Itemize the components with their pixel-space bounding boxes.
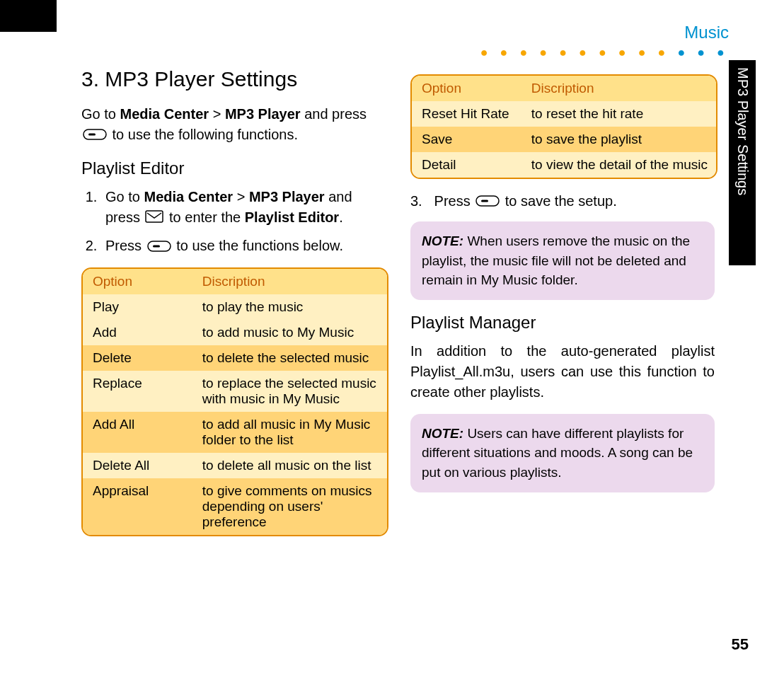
table-row: Addto add music to My Music bbox=[83, 320, 387, 345]
text: to use the functions below. bbox=[173, 238, 343, 253]
cell: Reset Hit Rate bbox=[412, 101, 521, 127]
table-row: Detailto view the detail of the music bbox=[412, 152, 716, 178]
table-row: Saveto save the playlist bbox=[412, 127, 716, 152]
cell: Add bbox=[83, 320, 192, 345]
cell: Replace bbox=[83, 371, 192, 412]
text: and press bbox=[301, 106, 367, 122]
header-description: Discription bbox=[521, 76, 716, 101]
text: Press bbox=[105, 238, 146, 253]
header-description: Discription bbox=[192, 269, 387, 294]
softkey-icon bbox=[475, 194, 500, 210]
cell: Play bbox=[83, 294, 192, 320]
cell: to replace the selected music with music… bbox=[192, 371, 387, 412]
cell: Detail bbox=[412, 152, 521, 178]
header-area: Music ● ● ● ● ● ● ● ● ● ● ● ● ● bbox=[480, 23, 729, 60]
cell: Delete bbox=[83, 345, 192, 371]
cell: to save the playlist bbox=[521, 127, 716, 152]
text-bold: MP3 Player bbox=[249, 189, 325, 204]
subheading-playlist-editor: Playlist Editor bbox=[81, 158, 386, 178]
text: > bbox=[209, 106, 225, 122]
cell: Save bbox=[412, 127, 521, 152]
svg-rect-1 bbox=[88, 134, 96, 136]
options-table-2: Option Discription Reset Hit Rateto rese… bbox=[410, 74, 717, 179]
cell: Appraisal bbox=[83, 478, 192, 535]
cell: to give comments on musics depending on … bbox=[192, 478, 387, 535]
left-column: 3. MP3 Player Settings Go to Media Cente… bbox=[81, 67, 386, 536]
svg-rect-4 bbox=[153, 245, 160, 247]
steps-list: Go to Media Center > MP3 Player and pres… bbox=[81, 187, 386, 257]
table-header: Option Discription bbox=[83, 269, 387, 294]
right-column: Option Discription Reset Hit Rateto rese… bbox=[410, 70, 715, 536]
cell: Add All bbox=[83, 412, 192, 453]
step-number: 3. bbox=[410, 193, 430, 209]
table-row: Playto play the music bbox=[83, 294, 387, 320]
page: MP3 Player Settings Music ● ● ● ● ● ● ● … bbox=[0, 0, 784, 675]
table-row: Deleteto delete the selected music bbox=[83, 345, 387, 371]
side-tab: MP3 Player Settings bbox=[729, 60, 756, 265]
table-row: Replaceto replace the selected music wit… bbox=[83, 371, 387, 412]
step-3: 3. Press to save the setup. bbox=[410, 193, 715, 210]
svg-rect-6 bbox=[481, 200, 488, 202]
text-bold: MP3 Player bbox=[225, 106, 301, 122]
table-header: Option Discription bbox=[412, 76, 716, 101]
header-option: Option bbox=[83, 269, 192, 294]
corner-decoration bbox=[0, 0, 57, 32]
paragraph: In addition to the auto-generated playli… bbox=[410, 341, 715, 403]
decorative-dots: ● ● ● ● ● ● ● ● ● ● ● ● ● bbox=[480, 45, 729, 60]
table-row: Add Allto add all music in My Music fold… bbox=[83, 412, 387, 453]
text-bold: Media Center bbox=[120, 106, 209, 122]
softkey-icon bbox=[147, 237, 171, 258]
text: to save the setup. bbox=[501, 193, 616, 209]
main-title: 3. MP3 Player Settings bbox=[81, 67, 386, 91]
text: Go to bbox=[81, 106, 120, 122]
cell: to play the music bbox=[192, 294, 387, 320]
cell: to delete all music on the list bbox=[192, 453, 387, 478]
section-label: Music bbox=[480, 23, 729, 42]
text: Press bbox=[434, 193, 475, 209]
text: to use the following functions. bbox=[108, 127, 298, 142]
text: . bbox=[339, 209, 343, 225]
step-1: Go to Media Center > MP3 Player and pres… bbox=[101, 187, 386, 229]
text-bold: Media Center bbox=[144, 189, 233, 204]
page-number: 55 bbox=[732, 635, 749, 654]
cell: to reset the hit rate bbox=[521, 101, 716, 127]
note-box-2: NOTE: Users can have different playlists… bbox=[410, 414, 715, 492]
text: Go to bbox=[105, 189, 144, 204]
text-bold: Playlist Editor bbox=[245, 209, 339, 225]
table-row: Reset Hit Rateto reset the hit rate bbox=[412, 101, 716, 127]
note-box-1: NOTE: When users remove the music on the… bbox=[410, 221, 715, 300]
content: 3. MP3 Player Settings Go to Media Cente… bbox=[81, 67, 718, 536]
intro-paragraph: Go to Media Center > MP3 Player and pres… bbox=[81, 104, 386, 146]
cell: to view the detail of the music bbox=[521, 152, 716, 178]
softkey-icon bbox=[83, 125, 107, 146]
cell: to delete the selected music bbox=[192, 345, 387, 371]
text: to enter the bbox=[165, 209, 244, 225]
header-option: Option bbox=[412, 76, 521, 101]
table-row: Appraisalto give comments on musics depe… bbox=[83, 478, 387, 535]
envelope-key-icon bbox=[145, 208, 163, 229]
text: > bbox=[233, 189, 249, 204]
note-label: NOTE: bbox=[422, 233, 463, 248]
note-label: NOTE: bbox=[422, 426, 463, 441]
cell: Delete All bbox=[83, 453, 192, 478]
options-table-1: Option Discription Playto play the music… bbox=[81, 267, 388, 536]
subheading-playlist-manager: Playlist Manager bbox=[410, 313, 715, 333]
step-2: Press to use the functions below. bbox=[101, 236, 386, 257]
table-row: Delete Allto delete all music on the lis… bbox=[83, 453, 387, 478]
svg-rect-2 bbox=[146, 211, 163, 222]
cell: to add all music in My Music folder to t… bbox=[192, 412, 387, 453]
cell: to add music to My Music bbox=[192, 320, 387, 345]
